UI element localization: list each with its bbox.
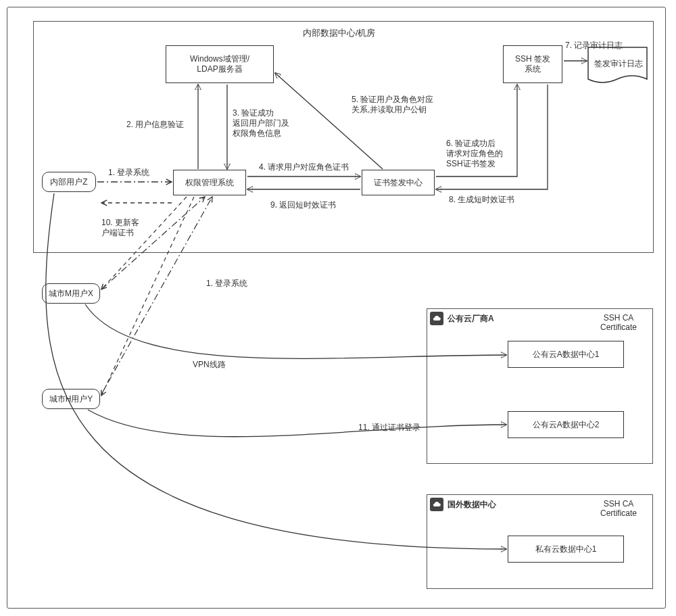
node-ssh-issue: SSH 签发 系统 (503, 45, 562, 83)
edge-4: 4. 请求用户对应角色证书 (259, 162, 349, 172)
edge-9: 9. 返回短时效证书 (270, 200, 336, 210)
node-cloud-a-dc2: 公有云A数据中心2 (508, 411, 624, 438)
zone-foreign-dc-ca: SSH CA Certificate (600, 499, 637, 518)
edge-1: 1. 登录系统 (108, 168, 149, 178)
diagram-canvas: 内部数据中心/机房 Windows域管理/ LDAP服务器 SSH 签发 系统 … (0, 0, 676, 616)
edge-vpn: VPN线路 (193, 360, 226, 370)
node-user-z: 内部用户Z (42, 172, 96, 192)
node-ldap: Windows域管理/ LDAP服务器 (166, 45, 274, 83)
zone-cloud-a-title: 公有云厂商A (448, 313, 494, 325)
zone-cloud-a-header: 公有云厂商A (430, 312, 494, 325)
node-user-mx: 城市M用户X (42, 283, 100, 304)
node-private-dc1-label: 私有云数据中心1 (535, 544, 597, 554)
node-user-hy-label: 城市H用户Y (49, 394, 93, 404)
zone-cloud-a-ca: SSH CA Certificate (600, 313, 637, 332)
node-certcenter-label: 证书签发中心 (374, 178, 422, 188)
cloud-icon (430, 498, 443, 511)
node-ssh-issue-label: SSH 签发 系统 (515, 54, 550, 74)
zone-foreign-dc-header: 国外数据中心 (430, 498, 496, 511)
zone-internal-datacenter-title: 内部数据中心/机房 (303, 28, 375, 39)
doc-audit-label: 签发审计日志 (594, 58, 644, 70)
node-authsys: 权限管理系统 (173, 170, 246, 195)
node-cloud-a-dc2-label: 公有云A数据中心2 (533, 420, 600, 430)
edge-3: 3. 验证成功 返回用户部门及 权限角色信息 (233, 108, 289, 139)
edge-8: 8. 生成短时效证书 (449, 195, 514, 205)
node-cloud-a-dc1-label: 公有云A数据中心1 (533, 350, 600, 360)
node-ldap-label: Windows域管理/ LDAP服务器 (190, 54, 249, 74)
edge-11: 11. 通过证书登录 (358, 423, 420, 433)
edge-5: 5. 验证用户及角色对应 关系,并读取用户公钥 (352, 95, 433, 115)
cloud-icon (430, 312, 443, 325)
node-cloud-a-dc1: 公有云A数据中心1 (508, 341, 624, 368)
edge-1b: 1. 登录系统 (206, 279, 247, 289)
zone-foreign-dc-title: 国外数据中心 (448, 499, 496, 511)
edge-10: 10. 更新客 户端证书 (101, 218, 139, 238)
edge-7: 7. 记录审计日志 (565, 41, 623, 51)
node-user-mx-label: 城市M用户X (49, 289, 93, 298)
node-authsys-label: 权限管理系统 (185, 178, 234, 188)
node-user-hy: 城市H用户Y (42, 389, 100, 409)
node-certcenter: 证书签发中心 (362, 170, 435, 195)
edge-6: 6. 验证成功后 请求对应角色的 SSH证书签发 (446, 139, 503, 169)
node-private-dc1: 私有云数据中心1 (508, 536, 624, 563)
node-user-z-label: 内部用户Z (50, 177, 87, 187)
edge-2: 2. 用户信息验证 (126, 120, 184, 130)
